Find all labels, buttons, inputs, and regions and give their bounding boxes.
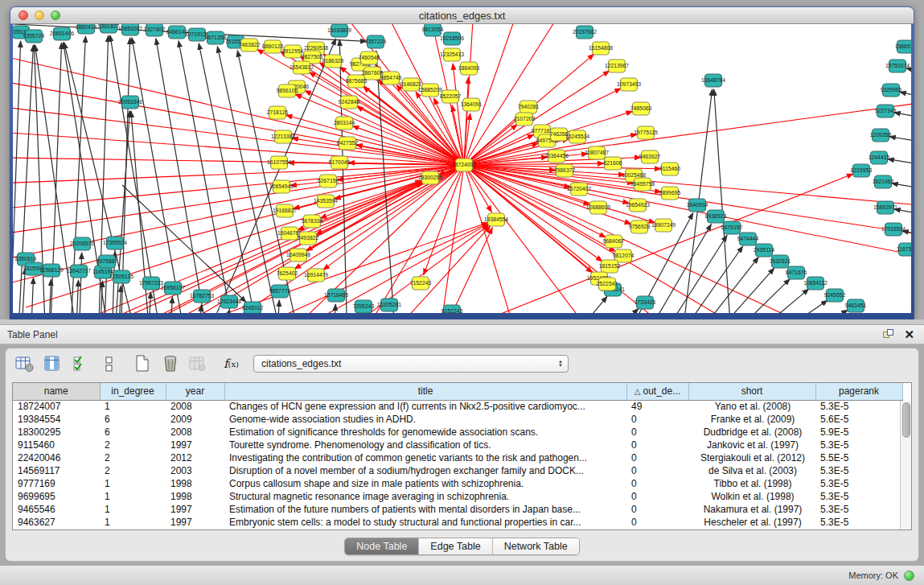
cell-pagerank[interactable]: 5.3E-5: [815, 490, 902, 503]
graph-node[interactable]: 19775115: [634, 126, 658, 139]
graph-node[interactable]: 12923448: [217, 295, 241, 308]
cell-in_degree[interactable]: 1: [100, 400, 166, 413]
graph-node[interactable]: 2718126: [267, 106, 289, 119]
cell-title[interactable]: Disruption of a novel member of a sodium…: [224, 464, 626, 477]
cell-in_degree[interactable]: 2: [100, 464, 166, 477]
cell-in_degree[interactable]: 2: [100, 451, 166, 464]
graph-node[interactable]: 7625402: [277, 267, 298, 280]
cell-out_degree[interactable]: 0: [626, 451, 688, 464]
cell-short[interactable]: Wolkin et al. (1998): [688, 490, 815, 503]
cell-in_degree[interactable]: 1: [100, 490, 166, 503]
cell-name[interactable]: 9463627: [13, 516, 100, 529]
graph-node[interactable]: 12213383: [271, 130, 295, 143]
cell-in_degree[interactable]: 6: [100, 413, 166, 426]
cell-title[interactable]: Tourette syndrome. Phenomenology and cla…: [224, 439, 626, 451]
graph-node[interactable]: 10653287: [118, 24, 142, 35]
cell-year[interactable]: 2003: [166, 464, 224, 477]
graph-node[interactable]: 17957223: [139, 277, 163, 290]
cell-short[interactable]: Stergiakouli et al. (2012): [688, 451, 815, 464]
table-row[interactable]: 977716911998Corpus callosum shape and si…: [13, 477, 902, 490]
graph-node[interactable]: 9227343: [875, 105, 897, 117]
cell-year[interactable]: 1997: [166, 439, 224, 451]
graph-node[interactable]: 1167535: [897, 243, 911, 256]
cell-year[interactable]: 1998: [166, 490, 224, 503]
close-panel-icon[interactable]: ✕: [904, 329, 914, 340]
table-selector[interactable]: citations_edges.txt ▲▼: [253, 355, 569, 373]
table-row[interactable]: 969969511998Structural magnetic resonanc…: [13, 490, 902, 503]
graph-node[interactable]: 1815152: [599, 260, 621, 273]
delete-table-icon[interactable]: [159, 354, 181, 373]
graph-node[interactable]: 1860414: [76, 24, 97, 34]
cell-year[interactable]: 2012: [166, 451, 224, 464]
graph-node[interactable]: 12505135: [109, 270, 133, 283]
cell-year[interactable]: 1997: [166, 516, 224, 529]
graph-node[interactable]: 17359924: [103, 237, 127, 249]
graph-node[interactable]: 7460546: [359, 51, 380, 64]
graph-node[interactable]: 9463451: [845, 299, 867, 312]
cell-year[interactable]: 2008: [166, 400, 224, 413]
import-table-icon[interactable]: [187, 354, 209, 373]
table-row[interactable]: 911546021997Tourette syndrome. Phenomeno…: [13, 439, 902, 451]
new-table-icon[interactable]: [131, 354, 153, 373]
graph-node[interactable]: 10654112: [803, 277, 827, 290]
graph-node[interactable]: 16543812: [290, 61, 314, 74]
graph-node[interactable]: 7485063: [630, 102, 652, 115]
cell-pagerank[interactable]: 5.3E-5: [815, 477, 902, 490]
graph-node[interactable]: 8813054: [422, 24, 444, 36]
graph-node[interactable]: 5170046: [329, 156, 351, 169]
graph-node[interactable]: 7632621: [770, 255, 791, 268]
column-header-short[interactable]: short: [688, 383, 815, 400]
cell-pagerank[interactable]: 5.3E-5: [815, 503, 902, 516]
cell-pagerank[interactable]: 5.9E-5: [815, 426, 902, 439]
graph-node[interactable]: 1327602: [144, 24, 166, 36]
cell-title[interactable]: Embryonic stem cells: a model to study s…: [224, 516, 626, 529]
graph-node[interactable]: 8854749: [380, 72, 402, 84]
column-header-pagerank[interactable]: pagerank: [815, 383, 902, 400]
table-scrollbar[interactable]: [900, 401, 911, 529]
tab-node-table[interactable]: Node Table: [345, 538, 419, 554]
graph-node[interactable]: 19384554: [484, 213, 508, 226]
graph-node[interactable]: 1244415: [869, 151, 890, 164]
graph-node-hub[interactable]: 18724007: [452, 159, 476, 171]
graph-node[interactable]: 19654923: [626, 199, 650, 212]
table-row[interactable]: 1456911722003Disruption of a novel membe…: [13, 464, 902, 477]
graph-node[interactable]: 18495758: [630, 178, 655, 191]
cell-out_degree[interactable]: 0: [626, 490, 688, 503]
select-columns-icon[interactable]: [70, 354, 92, 373]
graph-node[interactable]: 7152243: [410, 277, 432, 290]
graph-node[interactable]: 5267150: [318, 175, 339, 187]
cell-pagerank[interactable]: 5.3E-5: [815, 400, 902, 413]
cell-name[interactable]: 9115460: [13, 439, 100, 451]
graph-node[interactable]: 8860128: [262, 40, 284, 53]
graph-node[interactable]: 15720407: [567, 183, 591, 196]
cell-name[interactable]: 18724007: [13, 400, 100, 413]
graph-node[interactable]: 2522541: [597, 278, 618, 290]
graph-node[interactable]: 16033809: [327, 24, 351, 37]
graph-node[interactable]: 1364091: [461, 98, 483, 111]
memory-status-indicator[interactable]: [904, 571, 914, 581]
graph-node[interactable]: 16107554: [267, 156, 291, 169]
graph-node[interactable]: 19166827: [273, 204, 297, 217]
scrollbar-thumb[interactable]: [902, 402, 910, 438]
graph-node[interactable]: 16648784: [701, 74, 725, 87]
graph-node[interactable]: 9756928: [629, 220, 651, 233]
graph-node[interactable]: 9899695: [659, 187, 681, 200]
cell-name[interactable]: 9777169: [13, 477, 100, 490]
cell-title[interactable]: Investigating the contribution of common…: [224, 451, 626, 464]
cell-short[interactable]: Tibbo et al. (1998): [688, 477, 815, 490]
graph-node[interactable]: 15892971: [873, 201, 897, 214]
graph-node[interactable]: 11568129: [39, 264, 64, 277]
graph-node[interactable]: 16958107: [161, 282, 185, 295]
table-row[interactable]: 1830029562008Estimation of significance …: [13, 426, 902, 439]
cell-short[interactable]: Hescheler et al. (1997): [688, 516, 815, 529]
cell-title[interactable]: Corpus callosum shape and size in male p…: [224, 477, 626, 490]
graph-node[interactable]: 9896105: [277, 84, 298, 97]
graph-node[interactable]: 10654945: [269, 180, 294, 193]
graph-node[interactable]: 1733426: [634, 296, 656, 309]
graph-node[interactable]: 18300295: [418, 171, 442, 184]
window-titlebar[interactable]: citations_edges.txt: [10, 7, 914, 24]
column-header-year[interactable]: year: [166, 383, 224, 400]
cell-in_degree[interactable]: 1: [100, 477, 166, 490]
cell-out_degree[interactable]: 0: [626, 426, 688, 439]
graph-node[interactable]: 18907249: [651, 219, 676, 232]
